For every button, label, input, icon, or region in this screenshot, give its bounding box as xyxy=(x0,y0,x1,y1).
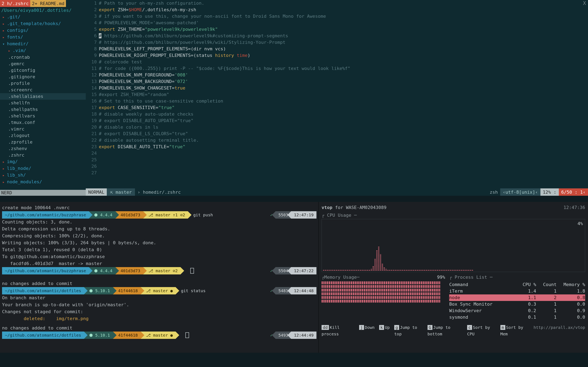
prompt-hash: 41f44618 xyxy=(113,332,141,339)
tree-folder[interactable]: lib_sh/ xyxy=(0,172,86,179)
vtop-title: vtop xyxy=(321,205,332,210)
vim-status-bar: NORMAL ⇱ master › homedir/.zshrc zsh ‹ u… xyxy=(86,188,588,196)
tree-file[interactable]: .zprofile xyxy=(0,139,86,145)
vtop-shortcut: cSort by CPU xyxy=(467,324,496,337)
prompt-git: ⎇ master ● xyxy=(141,332,176,339)
memory-chart xyxy=(321,281,445,303)
scroll-percent: 12% : xyxy=(540,188,559,196)
vtop-shortcut: GJump to bottom xyxy=(428,324,463,337)
editor-tab-bar: 2 h/.zshrc 2+ README.md xyxy=(0,0,86,7)
file-tree-sidebar: 2 h/.zshrc 2+ README.md /Users/eivya001/… xyxy=(0,0,86,196)
tree-file[interactable]: .tmux.conf xyxy=(0,119,86,126)
shell-prompt-4[interactable]: ~/github.com/atomantic/dotfiles⬢ 5.10.14… xyxy=(2,332,316,339)
filetype: zsh xyxy=(487,188,501,196)
tree-file[interactable]: .gitconfig xyxy=(0,67,86,74)
prompt-time: 12:44:49 xyxy=(291,332,316,339)
tree-footer: NERD xyxy=(0,190,86,196)
prompt-node: ⬢ 4.4.4 xyxy=(89,267,115,275)
tree-folder[interactable]: lib_node/ xyxy=(0,165,86,172)
git-branch: ⇱ master xyxy=(107,188,135,196)
cpu-title: ┌ CPU Usage ─ xyxy=(321,212,585,218)
tree-file[interactable]: .gitignore xyxy=(0,74,86,80)
shell-prompt-1: ~/github.com/atomantic/buzzphrase⬢ 4.4.4… xyxy=(2,211,316,218)
tree-file[interactable]: .shellfn xyxy=(0,100,86,106)
prompt-path: ~/github.com/atomantic/dotfiles xyxy=(2,287,84,294)
vim-mode: NORMAL xyxy=(86,188,107,196)
tree-file[interactable]: .vimrc xyxy=(0,126,86,132)
prompt-git: ⎇ master ⊘2 xyxy=(143,267,181,275)
prompt-time: 12:47:22 xyxy=(291,267,316,275)
tree-folder[interactable]: .git/ xyxy=(0,14,86,20)
vtop-shortcut: kUp xyxy=(379,324,390,337)
process-row[interactable]: iTerm1.411.8 xyxy=(449,288,585,294)
tree-folder[interactable]: .git_template/hooks/ xyxy=(0,20,86,27)
tree-file[interactable]: .profile xyxy=(0,80,86,87)
status-file: › homedir/.zshrc xyxy=(135,190,183,195)
git-status-output: On branch master Your branch is up-to-da… xyxy=(2,294,316,322)
tab-background[interactable]: 2+ README.md xyxy=(30,0,66,7)
code-lines[interactable]: # Path to your oh-my-zsh configuration.e… xyxy=(99,0,588,188)
prompt-hash: 41f44618 xyxy=(113,287,141,294)
prompt-node: ⬢ 5.10.1 xyxy=(84,287,113,294)
encoding: ‹ utf-8[unix] ‹ xyxy=(500,188,540,196)
prompt-path: ~/github.com/atomantic/buzzphrase xyxy=(2,211,89,218)
cursor-position: 6/50 : 1 ‹ xyxy=(559,188,588,196)
tree-file[interactable]: .zshenv xyxy=(0,145,86,152)
prompt-node: ⬢ 5.10.1 xyxy=(84,332,113,339)
prompt-path: ~/github.com/atomantic/dotfiles xyxy=(2,332,84,339)
vtop-clock: 12:47:36 xyxy=(563,204,585,211)
tree-file[interactable]: .shellpaths xyxy=(0,106,86,113)
tree-file[interactable]: .zshrc xyxy=(0,152,86,158)
tree-root-path: /Users/eivya001/.dotfiles/ xyxy=(0,7,86,14)
tree-file[interactable]: .shellvars xyxy=(0,113,86,119)
cpu-percent: 4% xyxy=(578,220,583,227)
process-row[interactable]: sysmond0.110.0 xyxy=(449,314,585,320)
shell-prompt-3: ~/github.com/atomantic/dotfiles⬢ 5.10.14… xyxy=(2,287,316,294)
prompt-command[interactable]: git push xyxy=(188,211,216,218)
git-push-output: Counting objects: 3, done. Delta compres… xyxy=(2,218,316,267)
process-list[interactable]: ┌ Process List ─ CommandCPU %CountMemory… xyxy=(449,274,585,320)
prompt-hash: 401d3d73 xyxy=(115,267,143,275)
prompt-git: ⎇ master ● xyxy=(141,287,176,294)
vtop-footer: ddKill processjDownkUpgJump to topGJump … xyxy=(321,324,585,337)
vtop-shortcut: gJump to top xyxy=(394,324,423,337)
terminal-left[interactable]: create mode 100644 .nvmrc ~/github.com/a… xyxy=(0,202,319,353)
tree-folder[interactable]: img/ xyxy=(0,158,86,165)
vtop-url: http://parall.ax/vtop xyxy=(534,324,585,337)
memory-percent: 99% xyxy=(437,274,445,281)
process-header: CommandCPU %CountMemory % xyxy=(449,281,585,288)
prompt-path: ~/github.com/atomantic/buzzphrase xyxy=(2,267,89,275)
vtop-shortcut: jDown xyxy=(359,324,375,337)
prompt-time: 12:44:48 xyxy=(291,287,316,294)
prompt-hash: 401d3d73 xyxy=(115,211,143,218)
prompt-node: ⬢ 4.4.4 xyxy=(89,211,115,218)
tree-file[interactable]: .shellaliases xyxy=(0,93,86,100)
window-close-icon[interactable]: X xyxy=(583,0,586,6)
tree-folder[interactable]: node_modules/ xyxy=(0,179,86,185)
prompt-git: ⎇ master ↑1 ⊘2 xyxy=(143,211,188,218)
git-output: create mode 100644 .nvmrc xyxy=(2,204,316,211)
vtop-pane[interactable]: vtop for WASE-AM02043089 12:47:36 ┌ CPU … xyxy=(319,202,588,353)
cpu-chart: 4% xyxy=(321,219,585,272)
process-row[interactable]: node1.120.8 xyxy=(449,294,585,301)
process-row[interactable]: Box Sync Monitor0.310.0 xyxy=(449,301,585,308)
tree-folder[interactable]: homedir/ xyxy=(0,41,86,47)
tree-folder[interactable]: configs/ xyxy=(0,27,86,34)
tree-file[interactable]: .zlogout xyxy=(0,132,86,139)
process-row[interactable]: WindowServer0.210.9 xyxy=(449,308,585,314)
vtop-shortcut: mSort by Mem xyxy=(501,324,529,337)
tab-active[interactable]: 2 h/.zshrc xyxy=(0,0,30,7)
tree-folder[interactable]: .vim/ xyxy=(0,47,86,54)
tree-file[interactable]: .screenrc xyxy=(0,87,86,93)
tree-file[interactable]: .crontab xyxy=(0,54,86,60)
prompt-time: 12:47:19 xyxy=(291,211,316,218)
tree-folder[interactable]: fonts/ xyxy=(0,34,86,41)
git-output: no changes added to commit xyxy=(2,280,316,287)
shell-prompt-2[interactable]: ~/github.com/atomantic/buzzphrase⬢ 4.4.4… xyxy=(2,267,316,275)
git-output: no changes added to commit xyxy=(2,325,316,332)
code-editor[interactable]: 1234567891011121314151617181920212223242… xyxy=(86,0,588,196)
file-tree[interactable]: .git/.git_template/hooks/configs/fonts/h… xyxy=(0,14,86,190)
tree-file[interactable]: .gemrc xyxy=(0,60,86,67)
line-number-gutter: 1234567891011121314151617181920212223242… xyxy=(86,0,99,188)
prompt-command[interactable]: git status xyxy=(176,287,208,294)
